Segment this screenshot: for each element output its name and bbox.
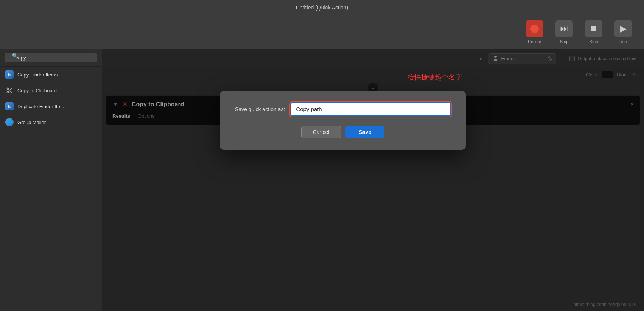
record-circle <box>530 25 539 33</box>
finder-icon-1: 🖥 <box>5 70 14 79</box>
quick-action-name-input[interactable] <box>291 102 451 116</box>
globe-icon: 🌐 <box>5 118 14 126</box>
search-bar: 🔍 <box>0 49 102 67</box>
step-icon: ⏭ <box>555 20 573 37</box>
stop-button[interactable]: ⏹ Stop <box>580 20 607 44</box>
annotation-text: 给快捷键起个名字 <box>408 73 462 82</box>
step-label: Step <box>560 39 569 44</box>
modal-overlay: 给快捷键起个名字 Save quick action as: Cancel Sa… <box>102 49 644 311</box>
record-button[interactable]: Record <box>521 20 548 44</box>
search-wrap: 🔍 <box>5 53 97 62</box>
finder-icon-2: 🖥 <box>5 102 14 110</box>
run-button[interactable]: ▶ Run <box>610 20 636 44</box>
record-icon <box>526 20 543 37</box>
modal-input-wrapper <box>291 102 451 116</box>
sidebar-item-copy-to-clipboard[interactable]: Copy to Clipboard <box>0 82 102 98</box>
record-label: Record <box>528 39 541 44</box>
save-button[interactable]: Save <box>345 126 384 138</box>
sidebar: 🔍 🖥 Copy Finder Items <box>0 49 102 311</box>
sidebar-item-label-3: Duplicate Finder Ite... <box>17 104 64 109</box>
modal-buttons: Cancel Save <box>235 126 451 138</box>
svg-point-0 <box>7 88 9 90</box>
modal-input-row: Save quick action as: <box>235 102 451 116</box>
sidebar-item-copy-finder-items[interactable]: 🖥 Copy Finder Items <box>0 67 102 82</box>
main-area: 🔍 🖥 Copy Finder Items <box>0 49 644 311</box>
svg-point-1 <box>7 91 9 93</box>
sidebar-item-duplicate-finder-items[interactable]: 🖥 Duplicate Finder Ite... <box>0 98 102 114</box>
title-bar: Untitled (Quick Action) <box>0 0 644 15</box>
sidebar-item-label-4: Group Mailer <box>17 120 46 125</box>
save-dialog: 给快捷键起个名字 Save quick action as: Cancel Sa… <box>220 91 466 150</box>
sidebar-item-label-2: Copy to Clipboard <box>17 88 57 93</box>
svg-line-3 <box>10 91 12 93</box>
window-title: Untitled (Quick Action) <box>296 5 348 11</box>
content-area: in 🖥 Finder ⇅ Output replaces selected t… <box>102 49 644 311</box>
sidebar-item-group-mailer[interactable]: 🌐 Group Mailer <box>0 114 102 130</box>
cancel-button[interactable]: Cancel <box>301 126 341 138</box>
svg-line-4 <box>8 89 9 90</box>
sidebar-list: 🖥 Copy Finder Items Copy to Clipboard <box>0 67 102 130</box>
sidebar-item-label-1: Copy Finder Items <box>17 72 58 78</box>
step-button[interactable]: ⏭ Step <box>551 20 577 44</box>
stop-icon: ⏹ <box>585 20 602 37</box>
toolbar: Record ⏭ Step ⏹ Stop ▶ Run <box>0 15 644 49</box>
run-icon: ▶ <box>614 20 632 37</box>
scissors-icon <box>5 86 14 95</box>
search-icon: 🔍 <box>12 53 18 59</box>
stop-label: Stop <box>590 39 598 44</box>
modal-label: Save quick action as: <box>235 106 285 112</box>
search-input[interactable] <box>5 53 97 62</box>
run-label: Run <box>619 39 627 44</box>
